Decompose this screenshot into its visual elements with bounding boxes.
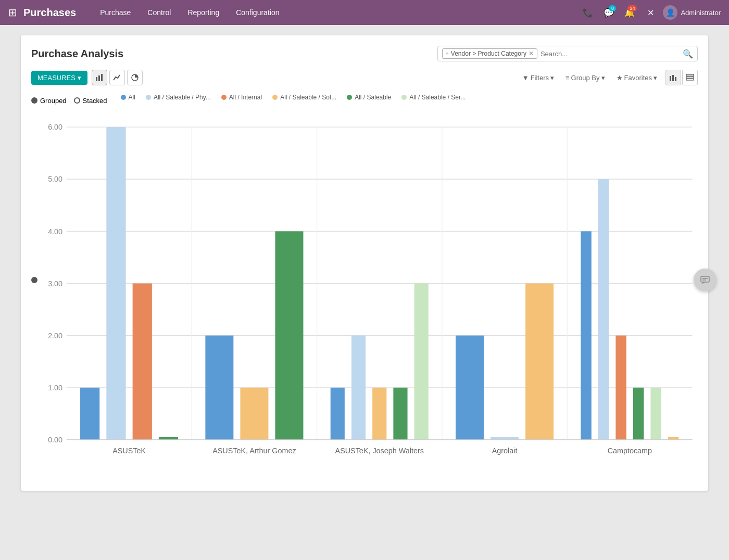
vendor-label-1: ASUSTeK, Arthur Gomez <box>212 447 296 455</box>
bar-Camptocamp-all[interactable] <box>581 231 591 440</box>
groupby-btn[interactable]: ≡ Group By ▾ <box>561 72 609 84</box>
legend-color-all_saleable_ser <box>401 95 407 100</box>
favorites-icon: ★ <box>617 74 623 82</box>
bar-ASUSTeK__Joseph_Walters-all[interactable] <box>331 388 345 440</box>
pie-chart-icon <box>131 74 139 81</box>
bar-ASUSTeK-all_internal[interactable] <box>133 284 152 440</box>
active-filter-tag[interactable]: ≡ Vendor > Product Category ✕ <box>442 48 537 59</box>
search-bar: ≡ Vendor > Product Category ✕ 🔍 <box>437 46 698 61</box>
filters-caret: ▾ <box>550 74 554 82</box>
bar-ASUSTeK__Arthur_Gomez-all_saleable[interactable] <box>275 231 303 440</box>
bar-Camptocamp-all_saleable[interactable] <box>633 388 644 440</box>
user-name: Administrator <box>681 9 721 17</box>
user-menu[interactable]: 👤 Administrator <box>663 5 721 20</box>
close-icon[interactable]: ✕ <box>642 4 659 21</box>
bar-Camptocamp-all_saleable_phy[interactable] <box>598 179 609 440</box>
bar-Agrolait-all_saleable_phy[interactable] <box>491 437 519 440</box>
messages-icon[interactable]: 💬 8 <box>600 4 617 21</box>
search-submit-icon[interactable]: 🔍 <box>683 49 693 59</box>
graph-view-btn[interactable] <box>665 70 681 85</box>
search-input[interactable] <box>541 50 683 58</box>
svg-rect-2 <box>101 74 103 81</box>
legend-item-all_saleable_sof[interactable]: All / Saleable / Sof... <box>272 94 336 101</box>
pivot-view-btn[interactable] <box>682 70 698 85</box>
svg-rect-5 <box>672 75 674 81</box>
legend-label-all_internal: All / Internal <box>229 94 262 101</box>
grouped-option[interactable]: Grouped <box>31 97 67 105</box>
svg-text:6.00: 6.00 <box>48 123 62 131</box>
floating-action-btn[interactable] <box>694 269 717 291</box>
groupby-caret: ▾ <box>601 74 605 82</box>
remove-filter-btn[interactable]: ✕ <box>529 50 534 57</box>
top-nav-right: 📞 💬 8 🔔 24 ✕ 👤 Administrator <box>580 4 721 21</box>
svg-rect-0 <box>96 77 97 81</box>
svg-rect-8 <box>686 77 694 78</box>
svg-text:4.00: 4.00 <box>48 227 62 236</box>
graph-view-icon <box>669 74 677 81</box>
stacked-label: Stacked <box>83 97 107 105</box>
bar-Camptocamp-all_internal[interactable] <box>615 336 626 440</box>
chart-mode-options: Grouped Stacked <box>31 97 107 105</box>
measures-button[interactable]: MEASURES ▾ <box>31 71 87 85</box>
svg-text:3.00: 3.00 <box>48 279 62 288</box>
legend-item-all_saleable[interactable]: All / Saleable <box>347 94 391 101</box>
nav-configuration[interactable]: Configuration <box>229 5 286 20</box>
svg-text:1.00: 1.00 <box>48 384 62 392</box>
filter-icon: ▼ <box>522 74 529 82</box>
nav-reporting[interactable]: Reporting <box>180 5 227 20</box>
filters-btn[interactable]: ▼ Filters ▾ <box>518 72 558 84</box>
favorites-label: Favorites <box>624 74 652 82</box>
legend-color-all_saleable_phy <box>146 95 151 100</box>
vendor-label-2: ASUSTeK, Joseph Walters <box>335 447 424 455</box>
svg-rect-4 <box>670 76 671 81</box>
bar-ASUSTeK__Arthur_Gomez-all[interactable] <box>205 336 233 440</box>
chart-type-toggle <box>92 70 143 85</box>
bar-Agrolait-all_saleable_sof[interactable] <box>525 284 554 440</box>
bar-ASUSTeK__Joseph_Walters-all_saleable[interactable] <box>393 388 407 440</box>
bar-ASUSTeK-all_saleable[interactable] <box>159 437 178 440</box>
legend-color-all_saleable_sof <box>272 95 278 100</box>
bar-ASUSTeK-all_saleable_phy[interactable] <box>106 127 125 440</box>
phone-icon[interactable]: 📞 <box>580 4 596 21</box>
measures-label: MEASURES <box>37 74 76 82</box>
legend-item-all_saleable_phy[interactable]: All / Saleable / Phy... <box>146 94 211 101</box>
bar-Camptocamp-all_saleable_ser[interactable] <box>650 388 661 440</box>
legend-label-all: All <box>129 94 135 101</box>
favorites-btn[interactable]: ★ Favorites ▾ <box>612 72 661 84</box>
bar-ASUSTeK__Joseph_Walters-all_saleable_phy[interactable] <box>351 336 366 440</box>
nav-control[interactable]: Control <box>140 5 178 20</box>
bar-chart-icon <box>95 74 104 81</box>
activity-icon[interactable]: 🔔 24 <box>621 4 638 21</box>
sidebar-indicator <box>31 277 37 283</box>
stacked-option[interactable]: Stacked <box>74 97 107 105</box>
messages-badge: 8 <box>609 5 616 11</box>
pie-chart-btn[interactable] <box>127 70 143 85</box>
pivot-view-icon <box>686 74 694 81</box>
apps-grid-icon[interactable]: ⊞ <box>8 6 17 19</box>
nav-purchase[interactable]: Purchase <box>93 5 138 20</box>
bar-chart-btn[interactable] <box>92 70 107 85</box>
svg-text:5.00: 5.00 <box>48 175 62 183</box>
filters-label: Filters <box>531 74 549 82</box>
svg-rect-9 <box>686 79 694 80</box>
vendor-label-3: Agrolait <box>492 447 518 455</box>
bar-ASUSTeK__Joseph_Walters-all_saleable_ser[interactable] <box>414 284 429 440</box>
activity-badge: 24 <box>627 5 637 11</box>
toolbar: MEASURES ▾ <box>31 70 698 85</box>
legend-item-all_saleable_ser[interactable]: All / Saleable / Ser... <box>401 94 466 101</box>
legend-label-all_saleable_phy: All / Saleable / Phy... <box>154 94 211 101</box>
bar-Camptocamp-all_saleable_sof[interactable] <box>668 437 678 440</box>
legend-item-all_internal[interactable]: All / Internal <box>221 94 262 101</box>
user-avatar: 👤 <box>663 5 677 20</box>
bar-ASUSTeK__Arthur_Gomez-all_saleable_sof[interactable] <box>240 388 268 440</box>
legend-item-all[interactable]: All <box>121 94 135 101</box>
top-nav: ⊞ Purchases Purchase Control Reporting C… <box>0 0 729 25</box>
line-chart-btn[interactable] <box>109 70 125 85</box>
bar-ASUSTeK-all[interactable] <box>80 388 99 440</box>
svg-rect-1 <box>98 75 100 81</box>
legend-label-all_saleable: All / Saleable <box>355 94 391 101</box>
legend-color-all_internal <box>221 95 227 100</box>
chat-icon <box>700 275 710 285</box>
bar-Agrolait-all[interactable] <box>456 336 484 440</box>
bar-ASUSTeK__Joseph_Walters-all_saleable_sof[interactable] <box>372 388 386 440</box>
